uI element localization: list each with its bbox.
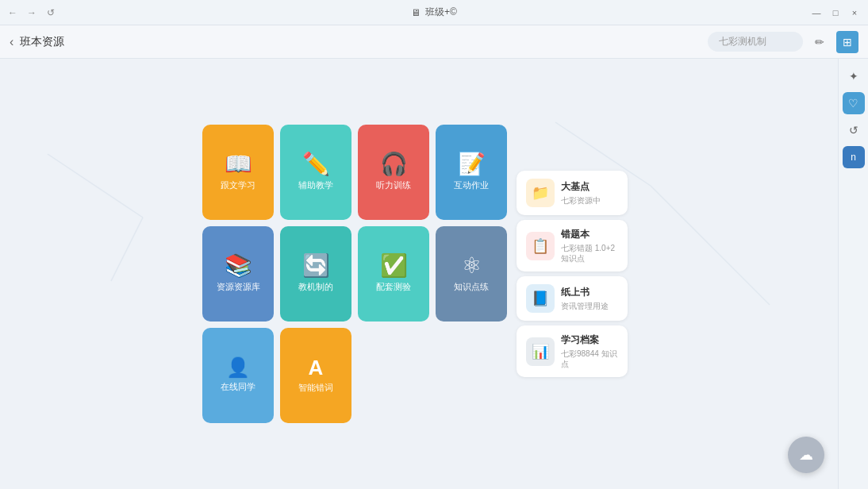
- listen-train-icon: 🎧: [380, 153, 408, 175]
- xuexidangan-icon: 📊: [532, 343, 549, 360]
- expand-button[interactable]: ⊞: [836, 31, 858, 53]
- dajidian-icon-box: 📁: [526, 179, 555, 207]
- tile-assist-teach[interactable]: ✏️ 辅助教学: [280, 125, 351, 220]
- tile-follow-study[interactable]: 📖 跟文学习: [202, 125, 274, 220]
- tile-smart-word[interactable]: A 智能错词: [280, 328, 351, 423]
- cloud-icon: ☁: [799, 446, 813, 464]
- panel-card-dajidian[interactable]: 📁 大基点 七彩资源中: [517, 171, 628, 215]
- follow-study-icon: 📖: [225, 153, 252, 175]
- navbar-search[interactable]: 七彩测机制: [708, 32, 803, 52]
- navbar-right: 七彩测机制 ✏ ⊞: [708, 31, 858, 53]
- right-panel: 📁 大基点 七彩资源中 📋 错题本 七彩错题 1.0+2 知识点 📘: [517, 171, 628, 377]
- sidebar-icon-2[interactable]: ♡: [843, 92, 865, 114]
- smart-word-label: 智能错词: [298, 383, 333, 393]
- follow-study-label: 跟文学习: [221, 180, 255, 191]
- main-content: 📖 跟文学习 ✏️ 辅助教学 🎧 听力训练 📝 互动作业 📚 资源资源库 �: [0, 59, 868, 489]
- listen-train-label: 听力训练: [376, 180, 411, 191]
- knowledge-label: 知识点练: [454, 282, 489, 292]
- float-cloud-button[interactable]: ☁: [788, 437, 824, 473]
- tile-knowledge[interactable]: ⚛ 知识点练: [436, 226, 507, 322]
- cuotiben-icon: 📋: [532, 237, 549, 255]
- navbar-title: 班本资源: [20, 35, 64, 49]
- tile-resource-lib[interactable]: 📚 资源资源库: [202, 226, 274, 322]
- cuotiben-icon-box: 📋: [526, 232, 555, 260]
- teach-manage-label: 教机制的: [298, 282, 333, 292]
- xuexidangan-icon-box: 📊: [526, 337, 555, 366]
- edit-button[interactable]: ✏: [809, 32, 830, 52]
- resource-lib-icon: 📚: [225, 255, 252, 277]
- matching-test-label: 配套测验: [376, 282, 411, 292]
- sidebar-icon-1[interactable]: ✦: [843, 65, 865, 87]
- online-student-label: 在线同学: [221, 382, 255, 392]
- dajidian-text: 大基点 七彩资源中: [561, 180, 618, 206]
- tile-listen-train[interactable]: 🎧 听力训练: [358, 125, 429, 220]
- xuexidangan-title: 学习档案: [561, 333, 618, 347]
- assist-teach-label: 辅助教学: [298, 180, 333, 191]
- panel-card-cuotiben[interactable]: 📋 错题本 七彩错题 1.0+2 知识点: [517, 220, 628, 271]
- tile-teach-manage[interactable]: 🔄 教机制的: [280, 226, 351, 322]
- interact-hw-icon: 📝: [458, 153, 486, 175]
- tile-interact-hw[interactable]: 📝 互动作业: [436, 125, 507, 220]
- cuotiben-text: 错题本 七彩错题 1.0+2 知识点: [561, 228, 618, 264]
- zhishangshu-icon-box: 📘: [526, 284, 555, 313]
- panel-card-xuexidangan[interactable]: 📊 学习档案 七彩98844 知识点: [517, 325, 628, 377]
- assist-teach-icon: ✏️: [302, 153, 330, 175]
- zhishangshu-sub: 资讯管理用途: [561, 301, 618, 311]
- tile-online-student[interactable]: 👤 在线同学: [202, 328, 274, 423]
- titlebar: ← → ↺ 🖥 班级+© — □ ×: [0, 0, 868, 25]
- forward-button[interactable]: →: [25, 6, 38, 19]
- window-controls: — □ ×: [809, 6, 862, 20]
- zhishangshu-title: 纸上书: [561, 286, 618, 299]
- dajidian-icon: 📁: [532, 184, 549, 202]
- dajidian-sub: 七彩资源中: [561, 195, 618, 206]
- cuotiben-sub: 七彩错题 1.0+2 知识点: [561, 243, 618, 264]
- refresh-button[interactable]: ↺: [44, 6, 57, 19]
- knowledge-icon: ⚛: [462, 255, 482, 277]
- sidebar-icon-4[interactable]: n: [843, 146, 865, 168]
- resource-lib-label: 资源资源库: [217, 282, 260, 292]
- online-student-icon: 👤: [226, 358, 250, 377]
- xuexidangan-text: 学习档案 七彩98844 知识点: [561, 333, 618, 369]
- dajidian-title: 大基点: [561, 180, 618, 194]
- xuexidangan-sub: 七彩98844 知识点: [561, 348, 618, 369]
- navbar-back-button[interactable]: ‹: [10, 35, 13, 49]
- panel-card-zhishangshu[interactable]: 📘 纸上书 资讯管理用途: [517, 276, 628, 321]
- zhishangshu-icon: 📘: [532, 290, 549, 307]
- matching-test-icon: ✅: [380, 255, 408, 277]
- teach-manage-icon: 🔄: [302, 255, 330, 277]
- sidebar-icon-3[interactable]: ↺: [843, 119, 865, 141]
- titlebar-right: — □ ×: [809, 6, 862, 20]
- interact-hw-label: 互动作业: [454, 180, 489, 191]
- sidebar-right: ✦ ♡ ↺ n: [838, 59, 868, 489]
- zhishangshu-text: 纸上书 资讯管理用途: [561, 286, 618, 311]
- minimize-button[interactable]: —: [809, 6, 824, 20]
- navbar: ‹ 班本资源 七彩测机制 ✏ ⊞: [0, 25, 868, 59]
- back-button[interactable]: ←: [6, 6, 19, 19]
- app-icon: 🖥: [411, 7, 421, 18]
- app-grid: 📖 跟文学习 ✏️ 辅助教学 🎧 听力训练 📝 互动作业 📚 资源资源库 �: [202, 125, 507, 423]
- close-button[interactable]: ×: [847, 6, 862, 20]
- maximize-button[interactable]: □: [828, 6, 843, 20]
- app-name: 班级+©: [425, 6, 457, 19]
- app-grid-container: 📖 跟文学习 ✏️ 辅助教学 🎧 听力训练 📝 互动作业 📚 资源资源库 �: [0, 59, 838, 489]
- cuotiben-title: 错题本: [561, 228, 618, 241]
- tile-matching-test[interactable]: ✅ 配套测验: [358, 226, 429, 322]
- titlebar-center: 🖥 班级+©: [411, 6, 457, 19]
- smart-word-icon: A: [309, 357, 324, 378]
- titlebar-left: ← → ↺: [6, 6, 57, 19]
